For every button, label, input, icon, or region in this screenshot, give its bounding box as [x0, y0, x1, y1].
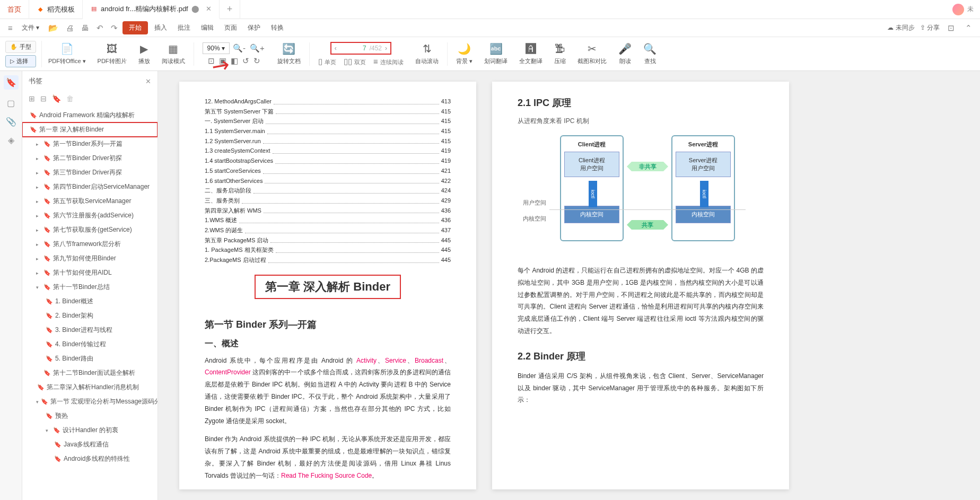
tab-document[interactable]: ▤ android fr...精编内核解析.pdf ⬤ ✕: [83, 0, 220, 19]
menu-page[interactable]: 页面: [220, 21, 241, 34]
full-translate[interactable]: 🅰全文翻译: [514, 37, 548, 71]
collapse-all-icon[interactable]: ⊟: [40, 94, 47, 103]
bm-chapter1[interactable]: 🔖第一章 深入解析Binder: [22, 122, 158, 137]
menu-icon[interactable]: ≡: [5, 22, 15, 33]
menu-convert[interactable]: 转换: [267, 21, 288, 34]
read-aloud[interactable]: 🎤朗读: [613, 37, 637, 71]
toc-line: 第五章 PackageMS 启动445: [205, 235, 451, 245]
document-viewport[interactable]: 12. MethodAndArgsCaller413第五节 SystemServ…: [158, 71, 980, 500]
zoom-out-icon[interactable]: 🔍-: [232, 42, 247, 54]
bm-c2s1-2b[interactable]: 🔖Android多线程的特殊性: [22, 452, 158, 466]
bm-item[interactable]: ▸🔖第一节Binder系列—开篇: [22, 137, 158, 151]
menu-file[interactable]: 文件 ▾: [18, 21, 43, 34]
avatar[interactable]: [952, 4, 964, 15]
divider-line: [549, 209, 746, 210]
rotate-right-icon[interactable]: ↻: [253, 56, 260, 66]
section-title: 第一节 Binder 系列—开篇: [205, 318, 451, 331]
prev-page-icon[interactable]: ‹: [335, 45, 337, 52]
bm-c2s1-1[interactable]: 🔖预热: [22, 409, 158, 423]
bm-c2s1[interactable]: ▾🔖第一节 宏观理论分析与Message源码分析: [22, 394, 158, 409]
fit-page-icon[interactable]: ▣: [219, 56, 226, 66]
redo-icon[interactable]: ↷: [108, 22, 120, 34]
tab-close-icon[interactable]: ✕: [206, 5, 212, 13]
image-icon: 🖼: [107, 43, 117, 55]
pdf-icon: ▤: [90, 5, 98, 13]
page-input[interactable]: [340, 45, 366, 52]
zoom-select[interactable]: 90% ▾: [203, 42, 230, 54]
autoscroll[interactable]: ⇅自动滚动: [410, 37, 444, 71]
bm-item[interactable]: 🔖2. Binder架构: [22, 309, 158, 323]
bm-item[interactable]: ▸🔖第九节如何使用Binder: [22, 251, 158, 266]
print-icon[interactable]: 🖶: [78, 22, 92, 33]
bm-section11[interactable]: ▾🔖第十一节Binder总结: [22, 280, 158, 294]
sel-translate[interactable]: 🔤划词翻译: [479, 37, 513, 71]
open-icon[interactable]: 📂: [46, 22, 61, 34]
paragraph: Binder 通信采用 C/S 架构，从组件视角来说，包含 Client、Ser…: [518, 370, 764, 406]
background[interactable]: 🌙背景 ▾: [451, 37, 478, 71]
zoom-in-icon[interactable]: 🔍+: [249, 42, 266, 54]
page-left: 12. MethodAndArgsCaller413第五节 SystemServ…: [179, 82, 476, 489]
add-bookmark-icon[interactable]: 🔖: [52, 94, 61, 103]
read-mode[interactable]: ▦阅读模式: [156, 37, 190, 71]
pdf-to-image[interactable]: 🖼PDF转图片: [92, 37, 132, 71]
next-page-icon[interactable]: ›: [385, 45, 387, 52]
select-tool[interactable]: ▷ 选择: [5, 55, 36, 67]
thumbnail-icon[interactable]: ▢: [7, 98, 15, 108]
pdf-to-office[interactable]: 📄PDF转Office ▾: [43, 37, 91, 71]
attachment-icon[interactable]: 📎: [6, 117, 16, 127]
more-icon[interactable]: ⊡: [945, 22, 957, 34]
layers-icon[interactable]: ◈: [8, 135, 14, 145]
double-page[interactable]: ▯▯ 双页: [344, 57, 366, 66]
menu-protect[interactable]: 保护: [243, 21, 265, 34]
panel-close-icon[interactable]: ✕: [145, 77, 151, 85]
bm-item[interactable]: 🔖1. Binder概述: [22, 294, 158, 309]
hand-tool[interactable]: ✋ 手型: [5, 41, 36, 53]
save-icon[interactable]: 🖨: [63, 22, 76, 33]
continuous[interactable]: ≡ 连续阅读: [373, 57, 404, 66]
sync-status[interactable]: ☁ 未同步: [887, 23, 914, 32]
bm-section12[interactable]: 🔖第十二节Binder面试题全解析: [22, 366, 158, 380]
rotate-left-icon[interactable]: ↺: [242, 56, 249, 66]
menu-insert[interactable]: 插入: [150, 21, 171, 34]
plus-icon: +: [227, 4, 233, 15]
bm-item[interactable]: ▸🔖第五节获取ServiceManager: [22, 194, 158, 208]
bm-c2s1-2[interactable]: ▾🔖设计Handler 的初衷: [22, 423, 158, 437]
delete-bookmark-icon[interactable]: 🗑: [66, 94, 74, 103]
undo-icon[interactable]: ↶: [94, 22, 106, 34]
bm-item[interactable]: 🔖5. Binder路由: [22, 352, 158, 366]
bm-item[interactable]: ▸🔖第六节注册服务(addService): [22, 208, 158, 223]
tab-new[interactable]: +: [220, 0, 241, 19]
play-button[interactable]: ▶播放: [133, 37, 155, 71]
bm-item[interactable]: ▸🔖第二节Binder Driver初探: [22, 151, 158, 165]
tab-home[interactable]: 首页: [0, 0, 29, 19]
page-nav-group: ‹ /452 › ▯ 单页 ▯▯ 双页 ≡ 连续阅读: [313, 37, 409, 71]
compress[interactable]: 🗜压缩: [549, 37, 571, 71]
bm-item[interactable]: ▸🔖第十节如何使用AIDL: [22, 266, 158, 280]
noshare-arrow: 非共享: [632, 162, 663, 171]
bm-item[interactable]: 🔖4. Binder传输过程: [22, 337, 158, 352]
fit-width-icon[interactable]: ⊡: [208, 56, 215, 66]
menu-edit[interactable]: 编辑: [197, 21, 218, 34]
menu-review[interactable]: 批注: [173, 21, 195, 34]
expand-icon[interactable]: ⊞: [29, 94, 35, 103]
bm-item[interactable]: ▸🔖第八节framework层分析: [22, 237, 158, 251]
bm-chapter2[interactable]: 🔖第二章深入解析Handler消息机制: [22, 380, 158, 394]
actual-size-icon[interactable]: ◧: [231, 56, 238, 66]
paragraph: Android 系统中，每个应用程序是由 Android 的 Activity、…: [205, 355, 451, 427]
rotate-doc[interactable]: 🔄旋转文档: [272, 37, 306, 71]
menu-start[interactable]: 开始: [122, 21, 148, 34]
bm-c2s1-2a[interactable]: 🔖Java多线程通信: [22, 437, 158, 452]
bm-item[interactable]: 🔖3. Binder进程与线程: [22, 323, 158, 337]
share-button[interactable]: ⇪ 分享: [920, 23, 940, 32]
bm-root[interactable]: 🔖Android Framework 精编内核解析: [22, 108, 158, 122]
find[interactable]: 🔍查找: [638, 37, 662, 71]
bm-item[interactable]: ▸🔖第三节Binder Driver再探: [22, 165, 158, 180]
single-page[interactable]: ▯ 单页: [318, 57, 336, 66]
bookmark-icon[interactable]: 🔖: [4, 75, 19, 90]
crop-icon: ✂: [588, 42, 597, 55]
crop-compare[interactable]: ✂截图和对比: [572, 37, 612, 71]
tab-templates[interactable]: ◆ 稻壳模板: [29, 0, 83, 19]
bm-item[interactable]: ▸🔖第七节获取服务(getService): [22, 223, 158, 237]
collapse-icon[interactable]: ⌃: [962, 22, 975, 34]
bm-item[interactable]: ▸🔖第四节Binder启动ServiceManager: [22, 180, 158, 194]
